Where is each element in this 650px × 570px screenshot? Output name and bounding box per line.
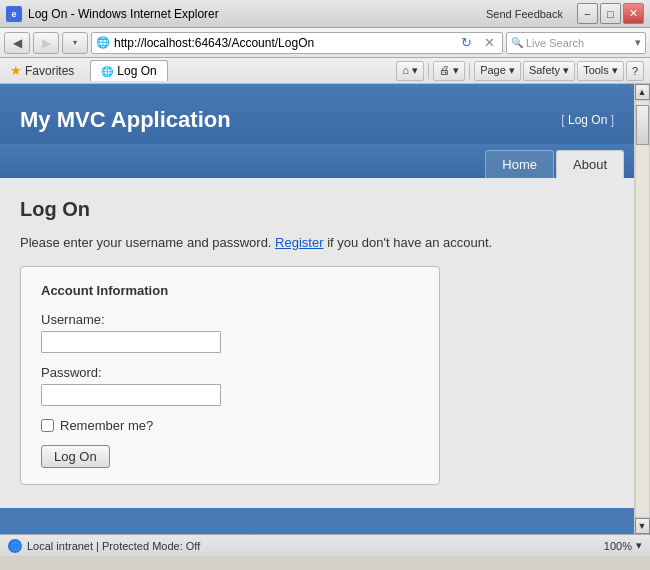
address-text[interactable]: http://localhost:64643/Account/LogOn — [114, 36, 452, 50]
desc-before: Please enter your username and password. — [20, 235, 275, 250]
title-bar-left: e Log On - Windows Internet Explorer — [6, 6, 219, 22]
dropdown-button[interactable]: ▾ — [62, 32, 88, 54]
star-icon: ★ — [10, 63, 22, 78]
remember-label: Remember me? — [60, 418, 153, 433]
favorites-bar: ★ Favorites 🌐 Log On ⌂ ▾ 🖨 ▾ Page ▾ Safe… — [0, 58, 650, 84]
page-icon: 🌐 — [96, 36, 110, 49]
ie-icon: e — [6, 6, 22, 22]
scroll-down-button[interactable]: ▼ — [635, 518, 650, 534]
address-bar: ◀ ▶ ▾ 🌐 http://localhost:64643/Account/L… — [0, 28, 650, 58]
print-btn[interactable]: 🖨 ▾ — [433, 61, 465, 81]
tab-label: Log On — [117, 64, 156, 78]
separator-1 — [428, 63, 429, 79]
tools-btn[interactable]: Tools ▾ — [577, 61, 624, 81]
home-btn[interactable]: ⌂ ▾ — [396, 61, 424, 81]
browser-content-wrapper: My MVC Application [ Log On ] Home About… — [0, 84, 650, 534]
status-bar: 🌐 Local intranet | Protected Mode: Off 1… — [0, 534, 650, 556]
zoom-level: 100% — [604, 540, 632, 552]
scroll-up-button[interactable]: ▲ — [635, 84, 650, 100]
page-btn[interactable]: Page ▾ — [474, 61, 521, 81]
scrollbar: ▲ ▼ — [634, 84, 650, 534]
password-field-group: Password: — [41, 365, 419, 406]
forward-button[interactable]: ▶ — [33, 32, 59, 54]
page-body: Log On Please enter your username and pa… — [0, 178, 634, 508]
help-btn[interactable]: ? — [626, 61, 644, 81]
logon-header-link[interactable]: Log On — [568, 113, 607, 127]
logon-title: Log On — [20, 198, 614, 221]
nav-tabs: Home About — [0, 144, 634, 178]
page-header: My MVC Application [ Log On ] — [0, 84, 634, 144]
live-search-dropdown[interactable]: ▾ — [635, 36, 641, 49]
account-info-title: Account Information — [41, 283, 419, 298]
logon-button[interactable]: Log On — [41, 445, 110, 468]
stop-icon[interactable]: ✕ — [480, 33, 498, 53]
tab-bar: 🌐 Log On — [90, 60, 167, 81]
active-tab[interactable]: 🌐 Log On — [90, 60, 167, 81]
password-label: Password: — [41, 365, 419, 380]
browser-content: My MVC Application [ Log On ] Home About… — [0, 84, 634, 534]
username-input[interactable] — [41, 331, 221, 353]
favorites-label: Favorites — [25, 64, 74, 78]
tab-about[interactable]: About — [556, 150, 624, 178]
password-input[interactable] — [41, 384, 221, 406]
zoom-dropdown[interactable]: ▾ — [636, 539, 642, 552]
toolbar-right: ⌂ ▾ 🖨 ▾ Page ▾ Safety ▾ Tools ▾ ? — [396, 61, 644, 81]
status-text: Local intranet | Protected Mode: Off — [27, 540, 200, 552]
register-link[interactable]: Register — [275, 235, 323, 250]
window-title: Log On - Windows Internet Explorer — [28, 7, 219, 21]
tab-home[interactable]: Home — [485, 150, 554, 178]
desc-after: if you don't have an account. — [324, 235, 493, 250]
intranet-icon: 🌐 — [8, 539, 22, 553]
tab-ie-icon: 🌐 — [101, 66, 113, 77]
safety-btn[interactable]: Safety ▾ — [523, 61, 575, 81]
status-left: 🌐 Local intranet | Protected Mode: Off — [8, 539, 594, 553]
scroll-thumb — [636, 105, 649, 145]
title-bar: e Log On - Windows Internet Explorer Sen… — [0, 0, 650, 28]
send-feedback-btn[interactable]: Send Feedback — [486, 8, 563, 20]
back-button[interactable]: ◀ — [4, 32, 30, 54]
live-search-label: Live Search — [526, 37, 632, 49]
refresh-icon[interactable]: ↻ — [456, 33, 476, 53]
app-title: My MVC Application — [20, 107, 231, 133]
favorites-button[interactable]: ★ Favorites — [6, 61, 78, 80]
minimize-button[interactable]: − — [577, 3, 598, 24]
header-login-link: [ Log On ] — [561, 113, 614, 127]
restore-button[interactable]: □ — [600, 3, 621, 24]
username-field-group: Username: — [41, 312, 419, 353]
close-button[interactable]: ✕ — [623, 3, 644, 24]
scroll-track[interactable] — [635, 100, 650, 518]
window-controls: − □ ✕ — [577, 3, 644, 24]
separator-2 — [469, 63, 470, 79]
remember-row: Remember me? — [41, 418, 419, 433]
account-info-box: Account Information Username: Password: … — [20, 266, 440, 485]
live-search-box[interactable]: 🔍 Live Search ▾ — [506, 32, 646, 54]
username-label: Username: — [41, 312, 419, 327]
status-right: 100% ▾ — [604, 539, 642, 552]
remember-checkbox[interactable] — [41, 419, 54, 432]
address-input-wrap: 🌐 http://localhost:64643/Account/LogOn ↻… — [91, 32, 503, 54]
logon-description: Please enter your username and password.… — [20, 235, 614, 250]
live-search-icon: 🔍 — [511, 37, 523, 48]
